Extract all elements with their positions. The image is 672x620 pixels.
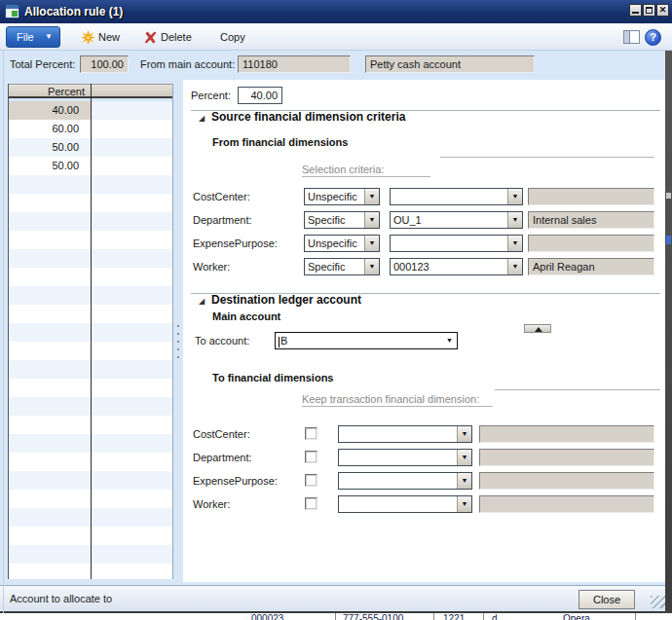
help-icon[interactable]: ? [645, 29, 661, 46]
main-account-header: Main account [212, 310, 280, 322]
close-button[interactable]: Close [579, 590, 635, 609]
expensepurpose-value-select[interactable]: ▼ [390, 235, 523, 252]
table-row[interactable]: 40.00 [9, 101, 85, 120]
chevron-down-icon[interactable]: ▼ [507, 212, 522, 228]
background-column-divider [635, 613, 636, 620]
empty-column-header[interactable] [91, 85, 172, 99]
expensepurpose-label: ExpensePurpose: [193, 235, 278, 252]
new-button[interactable]: New [98, 23, 120, 51]
chevron-down-icon[interactable]: ▼ [364, 259, 379, 274]
new-star-icon [81, 30, 95, 45]
background-column-divider [335, 613, 336, 620]
background-row-fragment: 777-555-0100 [343, 613, 403, 620]
table-row[interactable]: 50.00 [9, 157, 85, 175]
maximize-button[interactable] [643, 4, 655, 17]
title-bar: Allocation rule (1) ✕ [0, 0, 672, 23]
percent-label: Percent: [191, 87, 231, 104]
department-value-select[interactable]: OU_1 ▼ [390, 211, 523, 229]
department-checkbox[interactable] [305, 451, 317, 463]
costcenter-checkbox[interactable] [305, 427, 317, 440]
status-bar: Account to allocate to Close [0, 585, 672, 613]
keep-transaction-label: Keep transaction financial dimension: [302, 392, 493, 407]
selection-criteria-line [440, 157, 654, 158]
chevron-down-icon[interactable]: ▼ [457, 426, 471, 442]
department-label: Department: [193, 211, 252, 229]
costcenter-to-select[interactable]: ▼ [338, 425, 472, 443]
expensepurpose-checkbox[interactable] [305, 474, 317, 487]
delete-button[interactable]: Delete [161, 23, 192, 51]
grid-column-divider [91, 84, 92, 579]
worker-checkbox[interactable] [305, 497, 317, 510]
chevron-down-icon[interactable]: ▼ [457, 496, 471, 512]
background-column-divider [483, 613, 484, 620]
chevron-down-icon[interactable]: ▼ [457, 450, 471, 465]
expensepurpose-mode-select[interactable]: Unspecific ▼ [304, 235, 380, 252]
to-account-combobox[interactable]: B ▼ [275, 332, 458, 349]
detail-panel: Percent: 40.00 ◢ Source financial dimens… [183, 80, 665, 582]
worker-value-select[interactable]: 000123 ▼ [390, 258, 523, 275]
text-cursor [279, 337, 280, 347]
arrow-up-icon [535, 327, 542, 332]
department-mode-select[interactable]: Specific ▼ [304, 211, 380, 229]
destination-section-header[interactable]: Destination ledger account [211, 293, 361, 307]
toggle-pane-icon[interactable] [623, 30, 640, 44]
from-main-account-label: From main account: [140, 58, 235, 70]
chevron-down-icon[interactable]: ▼ [507, 236, 522, 251]
worker-name-field: April Reagan [528, 258, 654, 275]
close-window-button[interactable]: ✕ [656, 4, 669, 17]
percent-column-header[interactable]: Percent [9, 85, 91, 99]
window-title: Allocation rule (1) [24, 0, 123, 23]
chevron-down-icon[interactable]: ▼ [457, 473, 471, 489]
header-band: Total Percent: 100.00 From main account:… [0, 51, 672, 80]
selection-criteria-label: Selection criteria: [302, 163, 430, 177]
costcenter-mode-select[interactable]: Unspecific ▼ [304, 188, 380, 205]
content-area: Percent 40.00 60.00 50.00 50.00 Percent:… [0, 80, 672, 586]
background-row-fragment: Opera [563, 613, 590, 620]
to-financial-dimensions-header: To financial dimensions [212, 372, 333, 383]
percent-input[interactable]: 40.00 [238, 87, 282, 104]
costcenter-to-name-field [479, 425, 654, 443]
expensepurpose-name-field [528, 235, 654, 252]
expensepurpose-to-name-field [479, 472, 654, 490]
source-section-header[interactable]: Source financial dimension criteria [211, 110, 405, 124]
background-window-right-edge [665, 51, 672, 613]
table-row[interactable]: 60.00 [9, 120, 85, 138]
department-name-field: Internal sales [528, 211, 654, 229]
delete-x-icon [144, 31, 159, 46]
total-percent-field: 100.00 [80, 55, 129, 73]
collapse-triangle-icon: ◢ [199, 114, 205, 123]
chevron-down-icon[interactable]: ▼ [507, 189, 522, 204]
copy-button[interactable]: Copy [220, 23, 245, 51]
department-to-name-field [479, 449, 654, 466]
chevron-down-icon[interactable]: ▼ [364, 212, 379, 228]
worker-label: Worker: [193, 495, 230, 513]
file-menu-button[interactable]: File ▼ [6, 26, 60, 48]
expensepurpose-to-select[interactable]: ▼ [338, 472, 472, 490]
maximize-icon [646, 7, 653, 14]
form-icon [5, 4, 19, 18]
costcenter-name-field [528, 188, 654, 205]
from-financial-dimensions-header: From financial dimensions [212, 136, 348, 148]
department-to-select[interactable]: ▼ [338, 449, 472, 466]
chevron-down-icon[interactable]: ▼ [364, 189, 379, 204]
chevron-down-icon[interactable]: ▼ [507, 259, 522, 274]
background-row-fragment: d [492, 613, 498, 620]
resize-grip[interactable] [651, 596, 666, 608]
minimize-button[interactable] [629, 4, 642, 17]
worker-to-select[interactable]: ▼ [338, 495, 472, 513]
percent-grid: Percent 40.00 60.00 50.00 50.00 [8, 84, 173, 579]
main-account-name-field: Petty cash account [365, 55, 535, 73]
table-row[interactable]: 50.00 [9, 138, 85, 157]
worker-to-name-field [479, 495, 654, 513]
chevron-down-icon[interactable]: ▼ [364, 236, 379, 251]
keep-transaction-line [495, 389, 660, 390]
splitter-handle[interactable] [176, 325, 180, 358]
costcenter-label: CostCenter: [193, 425, 250, 443]
costcenter-value-select[interactable]: ▼ [390, 188, 523, 205]
worker-label: Worker: [193, 258, 230, 275]
background-row-fragment: 000023 [251, 613, 283, 620]
chevron-down-icon[interactable]: ▼ [442, 333, 457, 348]
scroll-up-button[interactable] [524, 324, 551, 333]
worker-mode-select[interactable]: Specific ▼ [304, 258, 380, 275]
status-text: Account to allocate to [10, 586, 112, 611]
